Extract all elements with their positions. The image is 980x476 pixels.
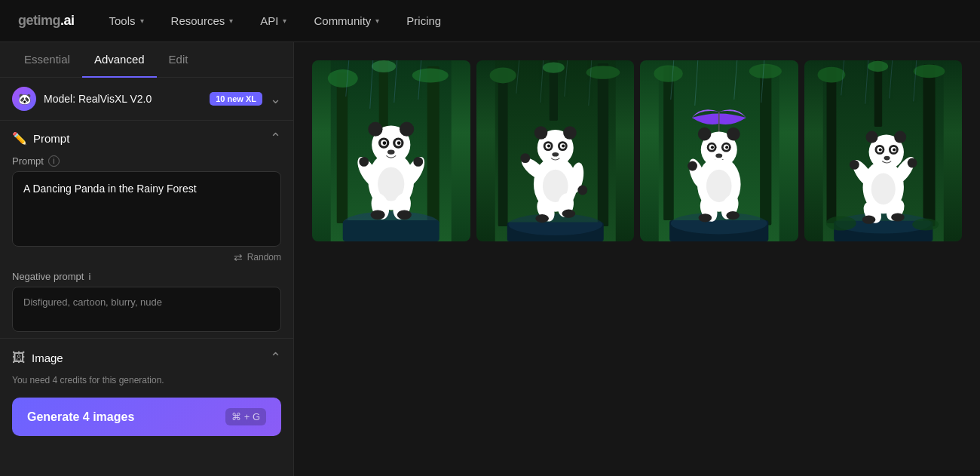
prompt-textarea[interactable] xyxy=(12,171,281,247)
generated-image-4[interactable] xyxy=(804,60,963,241)
svg-point-55 xyxy=(562,145,565,148)
svg-point-65 xyxy=(562,210,575,218)
random-button[interactable]: ⇄ Random xyxy=(0,247,293,268)
svg-point-37 xyxy=(489,68,516,84)
image-section-title: 🖼 Image xyxy=(12,350,63,366)
svg-point-26 xyxy=(359,157,369,167)
navbar: getimg.ai Tools ▾ Resources ▾ API ▾ Comm… xyxy=(0,0,980,42)
model-label: Model: RealVisXL V2.0 xyxy=(44,93,202,105)
svg-point-80 xyxy=(698,127,712,141)
svg-rect-8 xyxy=(343,220,439,241)
svg-point-121 xyxy=(893,148,896,151)
svg-point-96 xyxy=(726,211,740,220)
generate-button[interactable]: Generate 4 images ⌘ + G xyxy=(12,398,281,436)
svg-point-32 xyxy=(397,210,412,220)
pencil-icon: ✏️ xyxy=(12,131,27,146)
generate-label: Generate 4 images xyxy=(27,410,134,424)
prompt-section-header[interactable]: ✏️ Prompt ⌃ xyxy=(0,121,293,152)
svg-rect-99 xyxy=(923,65,935,226)
tab-bar: Essential Advanced Edit xyxy=(0,42,293,78)
model-badge: 10 new XL xyxy=(210,92,262,106)
nav-resources[interactable]: Resources ▾ xyxy=(161,8,244,33)
svg-rect-98 xyxy=(826,68,836,223)
svg-point-114 xyxy=(865,131,877,143)
nav-tools-chevron: ▾ xyxy=(140,17,144,25)
negative-prompt-label: Negative prompt i xyxy=(0,268,293,287)
svg-rect-34 xyxy=(498,69,507,226)
svg-point-64 xyxy=(535,214,549,223)
svg-point-59 xyxy=(520,153,530,163)
nav-pricing-label: Pricing xyxy=(406,14,441,27)
prompt-field-label: Prompt i xyxy=(0,152,293,171)
logo[interactable]: getimg.ai xyxy=(18,13,75,29)
svg-point-23 xyxy=(387,149,395,154)
neg-prompt-info-icon[interactable]: i xyxy=(88,271,90,282)
negative-prompt-textarea[interactable] xyxy=(12,287,281,332)
svg-rect-2 xyxy=(427,66,439,223)
svg-point-70 xyxy=(749,64,782,78)
svg-point-95 xyxy=(699,213,712,222)
svg-point-48 xyxy=(534,126,547,140)
nav-tools-label: Tools xyxy=(109,14,136,27)
generated-image-1[interactable] xyxy=(312,60,470,241)
image-gallery xyxy=(294,42,980,476)
nav-community[interactable]: Community ▾ xyxy=(303,8,390,33)
generated-image-2[interactable] xyxy=(476,60,635,241)
svg-point-102 xyxy=(913,65,945,78)
svg-point-88 xyxy=(715,154,722,158)
svg-point-49 xyxy=(563,126,577,140)
tab-edit[interactable]: Edit xyxy=(157,42,201,78)
model-selector[interactable]: 🐼 Model: RealVisXL V2.0 10 new XL ⌄ xyxy=(0,78,293,121)
model-chevron-icon: ⌄ xyxy=(270,91,281,107)
svg-point-126 xyxy=(907,158,917,168)
svg-point-15 xyxy=(368,122,382,137)
nav-tools[interactable]: Tools ▾ xyxy=(99,8,155,33)
main-content: Essential Advanced Edit 🐼 Model: RealVis… xyxy=(0,42,980,476)
svg-point-56 xyxy=(552,152,559,157)
svg-rect-35 xyxy=(597,63,608,226)
svg-point-120 xyxy=(878,148,881,151)
svg-point-4 xyxy=(328,69,358,88)
svg-point-69 xyxy=(654,65,682,81)
svg-point-122 xyxy=(884,156,890,161)
tab-advanced[interactable]: Advanced xyxy=(82,42,157,78)
svg-point-103 xyxy=(867,61,887,72)
svg-point-39 xyxy=(542,62,564,72)
generated-image-3[interactable] xyxy=(640,60,798,241)
sidebar: Essential Advanced Edit 🐼 Model: RealVis… xyxy=(0,42,294,476)
tab-essential[interactable]: Essential xyxy=(12,42,82,78)
nav-api[interactable]: API ▾ xyxy=(250,8,297,33)
image-icon: 🖼 xyxy=(12,350,26,366)
nav-api-label: API xyxy=(260,14,278,27)
prompt-collapse-icon: ⌃ xyxy=(270,130,281,146)
svg-point-106 xyxy=(825,216,856,230)
nav-community-chevron: ▾ xyxy=(375,17,379,25)
svg-point-27 xyxy=(413,157,423,167)
svg-point-60 xyxy=(577,186,587,195)
svg-point-38 xyxy=(586,66,620,79)
model-avatar: 🐼 xyxy=(12,87,36,111)
svg-point-91 xyxy=(688,161,697,171)
svg-point-5 xyxy=(412,68,449,82)
svg-point-16 xyxy=(400,122,414,137)
prompt-info-icon[interactable]: i xyxy=(48,155,60,167)
nav-resources-label: Resources xyxy=(171,14,225,27)
svg-point-31 xyxy=(371,210,385,220)
nav-community-label: Community xyxy=(314,14,371,27)
random-icon: ⇄ xyxy=(234,251,243,263)
svg-point-41 xyxy=(508,213,602,235)
nav-api-chevron: ▾ xyxy=(283,17,286,25)
image-section-collapse-icon: ⌃ xyxy=(270,349,281,366)
svg-point-107 xyxy=(912,219,939,231)
svg-point-86 xyxy=(711,146,714,149)
svg-point-81 xyxy=(727,127,740,141)
svg-point-21 xyxy=(383,141,387,145)
svg-point-127 xyxy=(871,174,895,205)
svg-point-131 xyxy=(891,213,905,221)
generate-shortcut: ⌘ + G xyxy=(225,408,266,425)
nav-pricing[interactable]: Pricing xyxy=(396,8,452,33)
svg-point-87 xyxy=(725,146,728,149)
image-section-header[interactable]: 🖼 Image ⌃ xyxy=(0,338,293,372)
svg-point-101 xyxy=(817,67,845,83)
credits-info: You need 4 credits for this generation. xyxy=(0,372,293,392)
